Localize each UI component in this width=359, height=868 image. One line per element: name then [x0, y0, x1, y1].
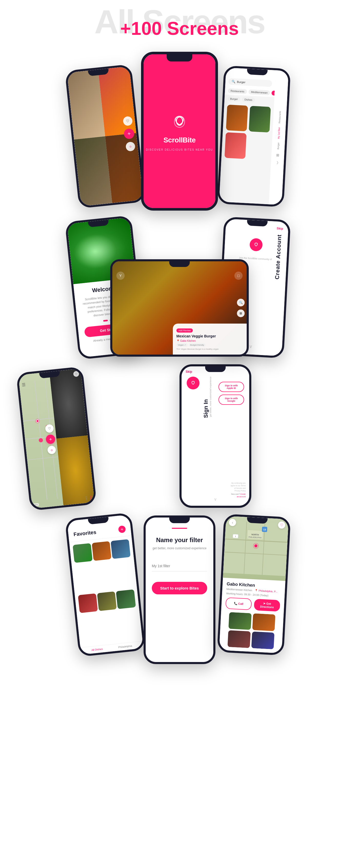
dish-card-3[interactable] [224, 132, 246, 159]
search-icon: 🔍 [231, 80, 236, 84]
splash-logo-icon [169, 112, 190, 132]
burger-name: Mexican Veggie Burger [176, 334, 243, 338]
signin-subtitle: get better, more customized experience [209, 377, 212, 417]
burger-sidebar: 🔍 ⊞ [237, 299, 245, 317]
phone-favorites: Favorites + All Dishes Philadelphia [65, 513, 145, 657]
call-button[interactable]: 📞 Call [225, 597, 252, 610]
map-card-food[interactable] [56, 435, 94, 505]
fav-item-3[interactable] [111, 539, 131, 559]
filter-name-input[interactable] [152, 561, 207, 571]
phone-filter: Name your filter get better, more custom… [144, 516, 215, 664]
phone-signin: Skip Sign In get better, more customized… [180, 364, 251, 508]
phone-notch [167, 54, 192, 61]
gabo-actions: 📞 Call ➤ Get Directions [225, 597, 280, 612]
screen-map: ♡ ♡ + ⊙ lden East Bites [18, 369, 94, 509]
filter-restaurants[interactable]: Restaurants [228, 88, 247, 94]
gabo-info: Gabo Kitchen Mediterranean Kitchen 📍 Phi… [219, 578, 285, 653]
gabo-type: Mediterranean Kitchen [226, 587, 252, 592]
svg-line-6 [27, 457, 61, 460]
phone-splash: ScrollBite DISCOVER DELICIOUS BITES NEAR… [141, 52, 218, 211]
phone-notch [205, 366, 226, 372]
fav-item-1[interactable] [73, 543, 92, 563]
fav-item-5[interactable] [97, 591, 117, 611]
phone-burger: Y □ Add Review Mexican Veggie Burger 📍 G… [110, 259, 249, 356]
splash-tagline: DISCOVER DELICIOUS BITES NEAR YOU [146, 148, 213, 151]
location-pin-icon: 📍 [255, 589, 258, 592]
filter-title: Name your filter [152, 536, 207, 544]
filter-description: get better, more customized experience [152, 546, 207, 551]
map-card-burger[interactable]: ♡ [50, 369, 88, 439]
add-button[interactable]: + [46, 434, 56, 444]
filter-mediterranean[interactable]: Mediterranean [248, 89, 270, 95]
dishes-grid [221, 102, 274, 162]
phone-gabo: NORTH PHILADELPHIA 13 1 ‹ ♡ Gabo Kitchen [217, 514, 291, 656]
filter-dishes[interactable]: Dishes [242, 97, 255, 102]
screen-splash: ScrollBite DISCOVER DELICIOUS BITES NEAR… [144, 54, 215, 208]
dish-card-2[interactable] [249, 106, 271, 132]
screen-dishes: 🔍 Burger Restaurants Mediterranean My 1s… [219, 68, 288, 205]
signin-title-block: Sign In get better, more customized expe… [202, 377, 212, 418]
chevron-icon: ❯ [276, 160, 279, 164]
burger-bookmark-icon[interactable]: □ [234, 272, 243, 280]
signin-buttons: Sign in with Apple ID Sign in with Googl… [219, 382, 244, 405]
search-text: Burger [237, 80, 246, 84]
burger-description: This Vegan Mexican Burger is a healthy v… [176, 348, 243, 350]
filter-line [172, 528, 187, 529]
philadelphia-label[interactable]: Philadelphia [118, 644, 132, 649]
burger-search-icon[interactable]: 🔍 [237, 299, 245, 306]
fav-item-6[interactable] [116, 589, 136, 609]
fav-item-4[interactable] [78, 593, 98, 613]
sidebar-my-filter[interactable]: My 1st filter [277, 127, 280, 139]
dish-card-1[interactable] [226, 104, 248, 131]
burger-grid-icon[interactable]: ⊞ [237, 309, 245, 317]
sidebar-burger[interactable]: Burger [277, 143, 279, 150]
svg-point-9 [192, 381, 194, 384]
gabo-food-2[interactable] [252, 613, 275, 631]
skip-button[interactable]: Skip [186, 370, 192, 374]
bites-icon[interactable]: ⊙ [126, 142, 136, 152]
bites-icon[interactable]: ⊙ [47, 445, 56, 455]
gabo-map: NORTH PHILADELPHIA 13 1 ‹ ♡ [223, 516, 288, 581]
terms-text: By continuing you agree to our Terms of … [230, 482, 246, 498]
food-item-4[interactable] [105, 133, 143, 203]
explore-bites-button[interactable]: Start to explore Bites [152, 582, 207, 594]
filter-icon[interactable]: ⊞ [276, 153, 279, 157]
directions-button[interactable]: ➤ Get Directions [254, 599, 280, 612]
new-user-text: New user? Create an account [230, 493, 246, 498]
phone-map: ♡ ♡ + ⊙ lden East Bites [16, 366, 97, 511]
phone-notch [169, 261, 190, 267]
gabo-food-grid [223, 612, 279, 649]
all-dishes-label[interactable]: All Dishes [91, 647, 103, 652]
burger-info-panel: Add Review Mexican Veggie Burger 📍 Gabo … [173, 323, 247, 354]
favorites-icon[interactable]: ♡ [73, 371, 79, 377]
call-icon: 📞 [234, 602, 238, 605]
add-review-tag[interactable]: Add Review [176, 329, 193, 333]
gabo-food-4[interactable] [251, 631, 274, 649]
burger-back-icon[interactable]: Y [116, 272, 125, 280]
favorites-icon[interactable]: ♡ [122, 116, 133, 126]
sidebar-restaurants[interactable]: Restaurants [278, 111, 281, 123]
phone-food-grid: ♡ + ⊙ [65, 64, 145, 209]
add-button[interactable]: + [123, 128, 135, 140]
fav-item-2[interactable] [91, 541, 112, 561]
google-signin-button[interactable]: Sign in with Google [219, 395, 244, 405]
favorites-icon[interactable]: ♡ [45, 424, 54, 433]
header-main-text: +100 Screens [5, 18, 354, 39]
apple-signin-button[interactable]: Sign in with Apple ID [219, 382, 244, 392]
svg-point-7 [38, 438, 43, 442]
add-favorites-button[interactable]: + [118, 525, 126, 533]
vegan-tag: Vegan ✓ [176, 343, 188, 347]
menu-icon[interactable]: ☰ [22, 382, 26, 388]
burger-tags: Vegan ✓ Budget-friendly [176, 343, 243, 347]
map-bottom-labels: East Bites [85, 496, 92, 501]
screen-filter: Name your filter get better, more custom… [146, 518, 213, 662]
chevron-down-icon: ∨ [178, 347, 181, 352]
burger-restaurant: 📍 Gabo Kitchen [176, 339, 243, 342]
filter-burger[interactable]: Burger [227, 96, 241, 102]
screen-signin: Skip Sign In get better, more customized… [182, 366, 249, 506]
gabo-location: 📍 Philadelphia, P... [255, 589, 277, 593]
gabo-food-3[interactable] [227, 630, 251, 648]
splash-app-name: ScrollBite [163, 136, 196, 144]
screen-burger: Y □ Add Review Mexican Veggie Burger 📍 G… [112, 261, 247, 354]
gabo-food-1[interactable] [228, 612, 252, 630]
